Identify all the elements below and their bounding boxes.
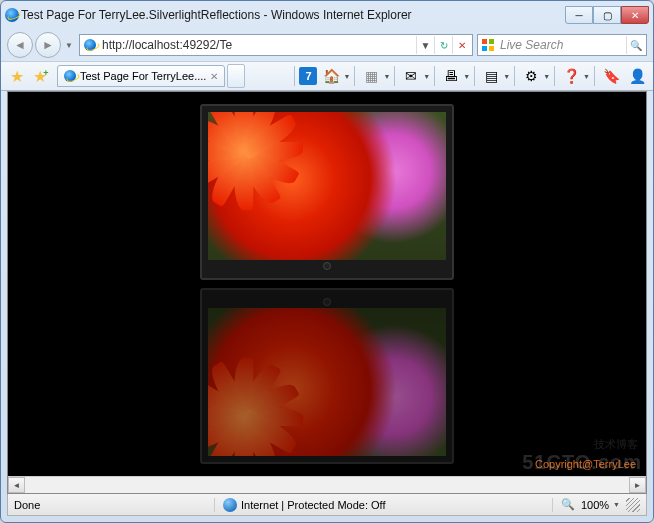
- ie-icon: [5, 8, 19, 22]
- search-bar[interactable]: Live Search 🔍: [477, 34, 647, 56]
- refresh-button[interactable]: ↻: [434, 36, 452, 54]
- mail-dropdown[interactable]: ▼: [423, 73, 430, 80]
- status-right: 🔍 100% ▼: [552, 498, 640, 512]
- minimize-button[interactable]: ─: [565, 6, 593, 24]
- back-button[interactable]: ◄: [7, 32, 33, 58]
- monitor-reflection: [200, 288, 454, 464]
- window-controls: ─ ▢ ✕: [565, 6, 649, 24]
- search-placeholder: Live Search: [496, 38, 626, 52]
- status-bar: Done Internet | Protected Mode: Off 🔍 10…: [7, 494, 647, 516]
- svg-rect-2: [482, 46, 487, 51]
- add-favorite-button[interactable]: ★: [31, 64, 55, 88]
- status-text: Done: [14, 499, 214, 511]
- mail-button[interactable]: ✉: [399, 64, 423, 88]
- page-icon: [82, 37, 98, 53]
- monitor-base: [208, 260, 446, 272]
- address-dropdown[interactable]: ▼: [416, 36, 434, 54]
- ie7pro-icon[interactable]: 7: [299, 67, 317, 85]
- page-dropdown[interactable]: ▼: [503, 73, 510, 80]
- titlebar[interactable]: Test Page For TerryLee.SilverlightReflec…: [1, 1, 653, 29]
- watermark: 51CTO.com: [522, 451, 642, 474]
- content-area: Copyright@TerryLee 技术博客 51CTO.com ◄ ►: [7, 91, 647, 494]
- flower-image: [208, 112, 446, 260]
- print-button[interactable]: 🖶: [439, 64, 463, 88]
- browser-window: Test Page For TerryLee.SilverlightReflec…: [0, 0, 654, 523]
- favorites-button[interactable]: ★: [5, 64, 29, 88]
- search-provider-icon: [480, 37, 496, 53]
- zoom-out-icon[interactable]: 🔍: [561, 498, 575, 511]
- zoom-dropdown[interactable]: ▼: [613, 501, 620, 508]
- search-button[interactable]: 🔍: [626, 36, 644, 54]
- page-viewport[interactable]: Copyright@TerryLee 技术博客 51CTO.com: [8, 92, 646, 476]
- svg-rect-0: [482, 39, 487, 44]
- feeds-button[interactable]: ▦: [359, 64, 383, 88]
- watermark-cn: 技术博客: [594, 437, 638, 452]
- zone-text: Internet | Protected Mode: Off: [241, 499, 386, 511]
- scroll-right-button[interactable]: ►: [629, 477, 646, 493]
- messenger-button[interactable]: 👤: [625, 64, 649, 88]
- monitor-original: [200, 104, 454, 280]
- svg-rect-3: [489, 46, 494, 51]
- forward-button[interactable]: ►: [35, 32, 61, 58]
- url-text[interactable]: http://localhost:49292/Te: [98, 38, 416, 52]
- new-tab-button[interactable]: [227, 64, 245, 88]
- address-bar[interactable]: http://localhost:49292/Te ▼ ↻ ✕: [79, 34, 473, 56]
- help-button[interactable]: ❓: [559, 64, 583, 88]
- tab-title: Test Page For TerryLee....: [80, 70, 206, 82]
- maximize-button[interactable]: ▢: [593, 6, 621, 24]
- feeds-dropdown[interactable]: ▼: [383, 73, 390, 80]
- zoom-level[interactable]: 100%: [581, 499, 609, 511]
- horizontal-scrollbar[interactable]: ◄ ►: [8, 476, 646, 493]
- help-dropdown[interactable]: ▼: [583, 73, 590, 80]
- page-menu-button[interactable]: ▤: [479, 64, 503, 88]
- status-zone[interactable]: Internet | Protected Mode: Off: [214, 498, 552, 512]
- scroll-track[interactable]: [25, 477, 629, 493]
- history-dropdown[interactable]: ▼: [63, 32, 75, 58]
- home-dropdown[interactable]: ▼: [343, 73, 350, 80]
- tools-dropdown[interactable]: ▼: [543, 73, 550, 80]
- print-dropdown[interactable]: ▼: [463, 73, 470, 80]
- tab-close-icon[interactable]: ✕: [210, 71, 218, 82]
- navigation-bar: ◄ ► ▼ http://localhost:49292/Te ▼ ↻ ✕ Li…: [1, 29, 653, 61]
- research-button[interactable]: 🔖: [599, 64, 623, 88]
- tab-current[interactable]: Test Page For TerryLee.... ✕: [57, 65, 225, 87]
- toolbar: ★ ★ Test Page For TerryLee.... ✕ 7 🏠▼ ▦▼…: [1, 61, 653, 91]
- home-button[interactable]: 🏠: [319, 64, 343, 88]
- globe-icon: [223, 498, 237, 512]
- svg-rect-1: [489, 39, 494, 44]
- nav-arrows: ◄ ► ▼: [7, 32, 75, 58]
- window-title: Test Page For TerryLee.SilverlightReflec…: [19, 8, 565, 22]
- tools-button[interactable]: ⚙: [519, 64, 543, 88]
- scroll-left-button[interactable]: ◄: [8, 477, 25, 493]
- stop-button[interactable]: ✕: [452, 36, 470, 54]
- tab-icon: [64, 70, 76, 82]
- resize-grip[interactable]: [626, 498, 640, 512]
- close-button[interactable]: ✕: [621, 6, 649, 24]
